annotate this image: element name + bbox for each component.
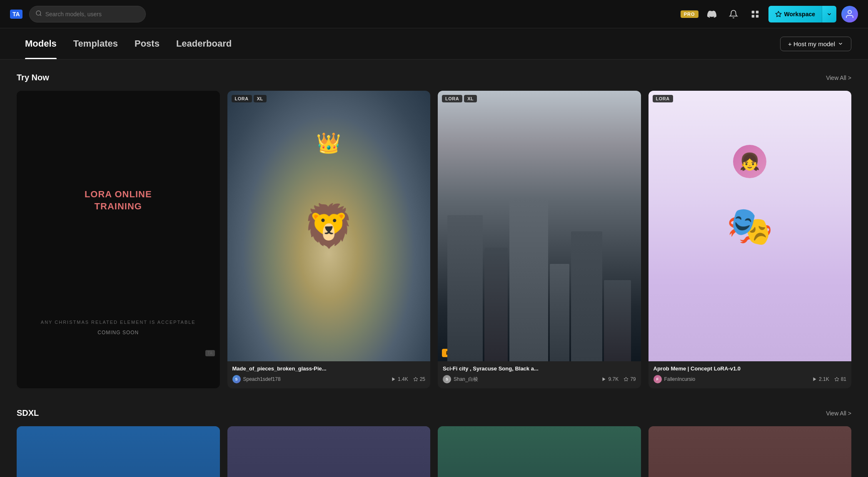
pro-badge: PRO: [681, 10, 698, 18]
try-now-view-all[interactable]: View All >: [826, 75, 851, 81]
workspace-dropdown-button[interactable]: [822, 6, 836, 22]
search-icon: [35, 10, 42, 18]
bell-icon: [729, 10, 738, 19]
chevron-down-icon: [838, 41, 843, 47]
scifi-card-stats: 9.7K 79: [601, 376, 636, 382]
svg-line-1: [40, 15, 41, 16]
lion-card-info: Made_of_pieces_broken_glass-Pie... S Spe…: [227, 361, 431, 388]
header-actions: PRO Workspace: [681, 6, 858, 22]
tab-posts[interactable]: Posts: [126, 28, 168, 59]
author-avatar-scifi: S: [443, 375, 451, 383]
try-now-cards-grid: LORA ONLINETRAINING ANY CHRISTMAS RELATE…: [17, 91, 851, 388]
lion-card-meta: S Speach1sdef178 1.4K 25: [232, 375, 426, 383]
author-avatar-anime: F: [653, 375, 662, 383]
workspace-group: Workspace: [768, 6, 836, 22]
notifications-button[interactable]: [725, 6, 742, 22]
logo-icon: TA: [10, 10, 22, 19]
svg-marker-13: [835, 377, 839, 381]
play-icon: [812, 377, 817, 382]
sdxl-cards-grid: CHECKPOINT XL LORA XL: [17, 426, 851, 477]
host-model-button[interactable]: + Host my model: [780, 37, 851, 51]
tab-templates[interactable]: Templates: [65, 28, 126, 59]
svg-marker-9: [414, 377, 418, 381]
anime-card-stats: 2.1K 81: [812, 376, 846, 382]
star-icon: [624, 377, 629, 382]
anime-card-author: F FallenIncursio: [653, 375, 696, 383]
workspace-button[interactable]: Workspace: [768, 6, 822, 22]
discord-icon-button[interactable]: [703, 6, 720, 22]
avatar[interactable]: [841, 6, 858, 22]
lion-card-tags: LORA XL: [232, 95, 267, 102]
promo-logo: TA: [205, 350, 215, 356]
sdxl-card-1[interactable]: CHECKPOINT XL: [17, 426, 220, 477]
anime-card-tags: LORA: [653, 95, 673, 102]
play-stat-anime: 2.1K: [812, 376, 829, 382]
tab-leaderboard[interactable]: Leaderboard: [168, 28, 240, 59]
lion-card[interactable]: LORA XL 🦁 👑 Made_of_pieces_broken_glass-…: [227, 91, 431, 388]
svg-marker-8: [392, 378, 395, 381]
anime-card[interactable]: LORA 🎭 👧 Aprob Meme | Concept LoRA-v1.0 …: [649, 91, 852, 388]
sdxl-card-2[interactable]: LORA XL: [227, 426, 431, 477]
svg-marker-12: [813, 378, 816, 381]
svg-rect-3: [756, 10, 758, 13]
svg-marker-10: [603, 378, 606, 381]
tab-models[interactable]: Models: [17, 28, 65, 59]
scifi-card-info: Sci-Fi city , Syracuse Song, Black a... …: [438, 361, 641, 388]
user-icon: [845, 9, 855, 19]
play-stat-scifi: 9.7K: [601, 376, 619, 382]
logo[interactable]: TA: [10, 10, 22, 19]
like-stat: 25: [413, 376, 425, 382]
grid-icon: [751, 10, 760, 19]
svg-marker-6: [776, 11, 781, 17]
scifi-card-title: Sci-Fi city , Syracuse Song, Black a...: [443, 365, 636, 372]
svg-rect-4: [751, 15, 754, 17]
like-stat-anime: 81: [834, 376, 846, 382]
lion-card-author: S Speach1sdef178: [232, 375, 281, 383]
tag-lora-anime: LORA: [653, 95, 673, 102]
tag-lora: LORA: [232, 95, 252, 102]
svg-rect-2: [751, 10, 754, 13]
promo-title: LORA ONLINETRAINING: [85, 189, 152, 212]
lion-card-title: Made_of_pieces_broken_glass-Pie...: [232, 365, 426, 372]
tag-xl-scifi: XL: [464, 95, 477, 102]
apps-button[interactable]: [747, 6, 763, 22]
sparkle-icon: [775, 11, 782, 17]
main-content: Try Now View All > LORA ONLINETRAINING A…: [0, 60, 868, 477]
sdxl-card-4[interactable]: LORA XL: [649, 426, 852, 477]
nav-tabs: Models Templates Posts Leaderboard: [17, 28, 240, 59]
play-stat: 1.4K: [391, 376, 408, 382]
promo-sub: ANY CHRISTMAS RELATED ELEMENT IS ACCEPTA…: [41, 320, 196, 325]
scifi-card-meta: S Shan_白棱 9.7K 79: [443, 375, 636, 383]
sdxl-header: SDXL View All >: [17, 408, 851, 418]
scifi-card-tags: LORA XL: [442, 95, 477, 102]
like-stat-scifi: 79: [624, 376, 636, 382]
header: TA PRO: [0, 0, 868, 28]
lion-card-stats: 1.4K 25: [391, 376, 425, 382]
star-icon: [413, 377, 418, 382]
scifi-card[interactable]: LORA XL EXCLUSIVE Sci-Fi cit: [438, 91, 641, 388]
discord-icon: [707, 10, 716, 19]
author-avatar-lion: S: [232, 375, 241, 383]
scifi-card-author: S Shan_白棱: [443, 375, 478, 383]
try-now-title: Try Now: [17, 73, 49, 82]
nav-bar: Models Templates Posts Leaderboard + Hos…: [0, 28, 868, 60]
chevron-down-icon: [826, 11, 832, 17]
anime-card-info: Aprob Meme | Concept LoRA-v1.0 F FallenI…: [649, 361, 852, 388]
try-now-header: Try Now View All >: [17, 73, 851, 82]
search-bar[interactable]: [29, 6, 146, 22]
sdxl-view-all[interactable]: View All >: [826, 410, 851, 417]
svg-point-7: [848, 10, 851, 14]
tag-lora-scifi: LORA: [442, 95, 462, 102]
promo-coming: COMING SOON: [97, 330, 139, 335]
sdxl-title: SDXL: [17, 408, 39, 418]
promo-card[interactable]: LORA ONLINETRAINING ANY CHRISTMAS RELATE…: [17, 91, 220, 388]
sdxl-section: SDXL View All > CHECKPOINT XL LORA: [17, 408, 851, 477]
svg-point-0: [36, 11, 41, 15]
play-icon: [601, 377, 606, 382]
sdxl-card-3[interactable]: CHECKPOINT XL: [438, 426, 641, 477]
anime-card-title: Aprob Meme | Concept LoRA-v1.0: [653, 365, 847, 372]
star-icon: [834, 377, 839, 382]
search-input[interactable]: [45, 11, 140, 17]
anime-card-meta: F FallenIncursio 2.1K 81: [653, 375, 847, 383]
tag-xl: XL: [254, 95, 267, 102]
